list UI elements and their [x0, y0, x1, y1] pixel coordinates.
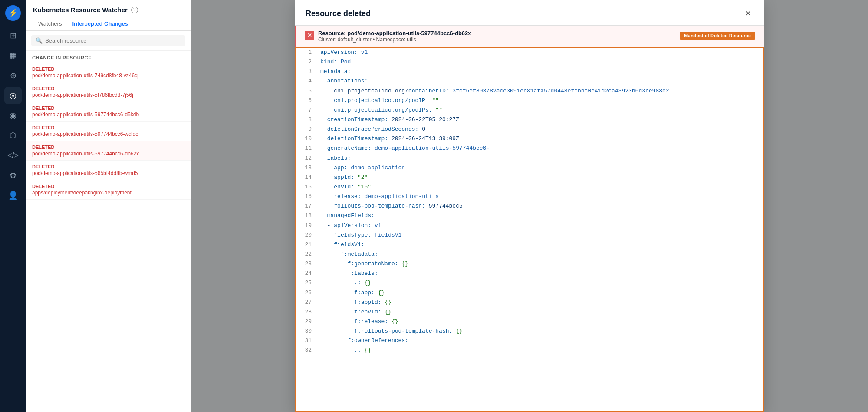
code-line: 28 f:envId: {}: [296, 307, 763, 317]
line-content: cni.projectcalico.org/podIPs: "": [318, 105, 763, 115]
line-number: 5: [296, 86, 318, 96]
line-content: apiVersion: v1: [318, 48, 763, 57]
resource-status: DELETED: [32, 66, 184, 72]
line-content: .: {}: [318, 346, 763, 355]
line-number: 24: [296, 269, 318, 278]
line-content: creationTimestamp: 2024-06-22T05:20:27Z: [318, 115, 763, 125]
sidebar: ⚡ ⊞ ▦ ⊕ ◎ ◉ ⬡ </> ⚙ 👤: [0, 0, 26, 412]
sidebar-icon-globe[interactable]: ◎: [4, 87, 22, 104]
line-content: .: {}: [318, 278, 763, 288]
section-label: CHANGE IN RESOURCE: [26, 51, 191, 63]
code-viewer[interactable]: 1 apiVersion: v1 2 kind: Pod 3 metadata:…: [295, 47, 764, 412]
app-header: Kubernetes Resource Watcher ? Watchers I…: [26, 0, 191, 31]
list-item[interactable]: DELETED pod/demo-application-utils-59774…: [26, 122, 191, 141]
search-icon: 🔍: [36, 37, 43, 44]
code-line: 6 cni.projectcalico.org/podIP: "": [296, 96, 763, 105]
line-content: metadata:: [318, 67, 763, 76]
line-content: managedFields:: [318, 211, 763, 221]
tab-intercepted-changes[interactable]: Intercepted Changes: [67, 18, 133, 30]
sidebar-icon-shield[interactable]: ⬡: [4, 127, 22, 144]
content-area: Resource deleted × ✕ Resource: pod/demo-…: [191, 0, 868, 412]
code-line: 17 rollouts-pod-template-hash: 597744bcc…: [296, 201, 763, 211]
line-content: f:envId: {}: [318, 307, 763, 317]
list-item[interactable]: DELETED apps/deployment/deepaknginx-depl…: [26, 180, 191, 200]
app-logo[interactable]: ⚡: [5, 5, 21, 21]
code-line: 32 .: {}: [296, 346, 763, 355]
line-content: annotations:: [318, 76, 763, 86]
line-number: 25: [296, 278, 318, 288]
code-line: 10 deletionTimestamp: 2024-06-24T13:39:0…: [296, 134, 763, 144]
line-number: 9: [296, 125, 318, 134]
tab-watchers[interactable]: Watchers: [33, 18, 67, 30]
list-item[interactable]: DELETED pod/demo-application-utils-5f786…: [26, 82, 191, 102]
list-item[interactable]: DELETED pod/demo-application-utils-749cd…: [26, 63, 191, 82]
code-line: 13 app: demo-application: [296, 163, 763, 173]
line-number: 15: [296, 182, 318, 192]
code-line: 24 f:labels:: [296, 269, 763, 278]
sidebar-icon-code[interactable]: </>: [4, 147, 22, 164]
code-line: 12 labels:: [296, 154, 763, 163]
resource-path: Resource: pod/demo-application-utils-597…: [318, 30, 471, 36]
line-content: deletionGracePeriodSeconds: 0: [318, 125, 763, 134]
code-line: 26 f:app: {}: [296, 288, 763, 298]
cluster-info: Cluster: default_cluster • Namespace: ut…: [318, 36, 471, 43]
resource-name: pod/demo-application-utils-5f786fbcd8-7j…: [32, 92, 184, 98]
code-line: 2 kind: Pod: [296, 57, 763, 67]
code-line: 21 fieldsV1:: [296, 240, 763, 250]
code-line: 11 generateName: demo-application-utils-…: [296, 144, 763, 153]
line-content: f:appId: {}: [318, 298, 763, 307]
code-line: 20 fieldsType: FieldsV1: [296, 231, 763, 240]
line-number: 17: [296, 201, 318, 211]
close-button[interactable]: ×: [743, 8, 753, 19]
line-number: 28: [296, 307, 318, 317]
code-line: 29 f:release: {}: [296, 317, 763, 326]
code-line: 25 .: {}: [296, 278, 763, 288]
line-number: 2: [296, 57, 318, 67]
left-panel: Kubernetes Resource Watcher ? Watchers I…: [26, 0, 191, 412]
list-item[interactable]: DELETED pod/demo-application-utils-59774…: [26, 102, 191, 122]
line-number: 30: [296, 326, 318, 336]
sidebar-icon-gear[interactable]: ⚙: [4, 167, 22, 184]
line-content: f:rollouts-pod-template-hash: {}: [318, 326, 763, 336]
code-line: 23 f:generateName: {}: [296, 259, 763, 269]
code-line: 30 f:rollouts-pod-template-hash: {}: [296, 326, 763, 336]
line-content: generateName: demo-application-utils-597…: [318, 144, 763, 153]
line-number: 23: [296, 259, 318, 269]
line-content: envId: "15": [318, 182, 763, 192]
code-line: 22 f:metadata:: [296, 250, 763, 259]
resource-name: pod/demo-application-utils-597744bcc6-wd…: [32, 131, 184, 137]
resource-name: apps/deployment/deepaknginx-deployment: [32, 190, 184, 196]
line-number: 11: [296, 144, 318, 153]
list-item[interactable]: DELETED pod/demo-application-utils-59774…: [26, 141, 191, 161]
code-line: 18 managedFields:: [296, 211, 763, 221]
sidebar-icon-chart[interactable]: ▦: [4, 47, 22, 64]
sidebar-icon-settings[interactable]: ◉: [4, 107, 22, 124]
list-item[interactable]: DELETED pod/demo-application-utils-565bf…: [26, 161, 191, 180]
code-line: 8 creationTimestamp: 2024-06-22T05:20:27…: [296, 115, 763, 125]
sidebar-icon-plus[interactable]: ⊕: [4, 67, 22, 84]
resource-status: DELETED: [32, 86, 184, 91]
resource-banner: ✕ Resource: pod/demo-application-utils-5…: [295, 26, 764, 47]
sidebar-icon-grid[interactable]: ⊞: [4, 27, 22, 44]
line-content: f:generateName: {}: [318, 259, 763, 269]
search-input[interactable]: [45, 37, 181, 44]
line-number: 4: [296, 76, 318, 86]
modal-overlay: Resource deleted × ✕ Resource: pod/demo-…: [191, 0, 868, 412]
line-content: f:ownerReferences:: [318, 336, 763, 346]
line-content: f:metadata:: [318, 250, 763, 259]
line-content: fieldsType: FieldsV1: [318, 231, 763, 240]
line-content: labels:: [318, 154, 763, 163]
app-title: Kubernetes Resource Watcher: [33, 6, 128, 13]
line-number: 13: [296, 163, 318, 173]
line-number: 8: [296, 115, 318, 125]
line-number: 21: [296, 240, 318, 250]
deleted-icon: ✕: [305, 31, 314, 40]
line-content: cni.projectcalico.org/containerID: 3fcf6…: [318, 86, 763, 96]
line-content: cni.projectcalico.org/podIP: "": [318, 96, 763, 105]
search-row: 🔍: [26, 31, 191, 51]
help-icon[interactable]: ?: [131, 7, 138, 13]
sidebar-icon-user[interactable]: 👤: [4, 187, 22, 204]
line-number: 19: [296, 221, 318, 231]
line-number: 32: [296, 346, 318, 355]
code-line: 27 f:appId: {}: [296, 298, 763, 307]
